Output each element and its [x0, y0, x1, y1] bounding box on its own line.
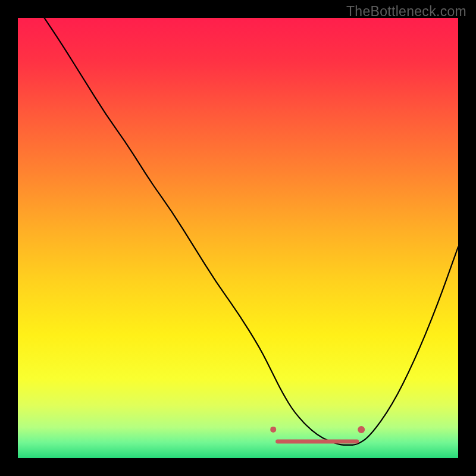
optimal-end-marker	[358, 426, 365, 433]
plot-area	[18, 18, 458, 458]
optimal-start-marker	[270, 427, 276, 433]
chart-frame: TheBottleneck.com	[0, 0, 476, 476]
background-gradient	[18, 18, 458, 458]
watermark-text: TheBottleneck.com	[346, 4, 466, 20]
chart-svg	[18, 18, 458, 458]
